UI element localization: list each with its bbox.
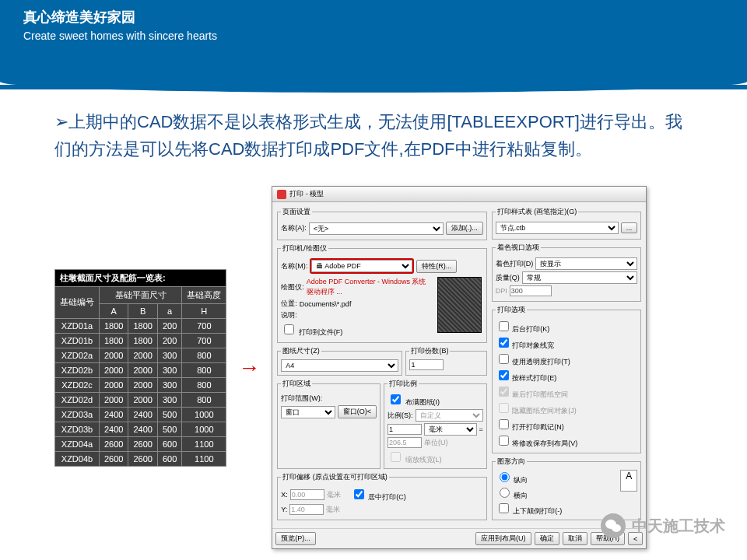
table-cell: 1800 bbox=[100, 318, 128, 333]
opt-check: 隐藏图纸空间对象(J) bbox=[496, 401, 638, 416]
table-cell: 2000 bbox=[100, 348, 128, 362]
unit1-input[interactable] bbox=[388, 424, 422, 435]
legend: 着色视口选项 bbox=[496, 243, 541, 253]
col-header: 基础平面尺寸 bbox=[100, 286, 182, 303]
window-button[interactable]: 窗口(O)< bbox=[338, 405, 377, 418]
label: 绘图仪: bbox=[281, 282, 304, 292]
table-cell: 2000 bbox=[100, 392, 128, 407]
landscape-radio[interactable]: 横向 bbox=[496, 492, 528, 499]
area-select[interactable]: 窗口 bbox=[281, 406, 335, 418]
table-cell: 700 bbox=[182, 318, 226, 333]
copies-input[interactable] bbox=[409, 359, 444, 370]
table-cell: XZD02b bbox=[55, 362, 100, 377]
header-cn: 真心缔造美好家园 bbox=[23, 8, 724, 26]
label: 比例(S): bbox=[388, 411, 413, 421]
fit-check[interactable]: 布满图纸(I) bbox=[388, 398, 440, 406]
table-cell: 1800 bbox=[128, 333, 157, 348]
intro-paragraph: ➢上期中的CAD数据不是以表格形式生成，无法使用[TABLEEXPORT]进行导… bbox=[54, 108, 693, 163]
table-cell: 200 bbox=[157, 318, 181, 333]
y-input[interactable] bbox=[289, 504, 324, 515]
wechat-text: 中天施工技术 bbox=[632, 516, 725, 537]
table-cell: 2400 bbox=[128, 407, 157, 422]
app-icon bbox=[277, 190, 286, 199]
scale-select[interactable]: 自定义 bbox=[416, 409, 483, 422]
apply-button[interactable]: 应用到布局(U) bbox=[475, 532, 531, 545]
col-sub: H bbox=[182, 303, 226, 318]
x-input[interactable] bbox=[290, 489, 324, 500]
printer-select[interactable]: 🖶 Adobe PDF bbox=[311, 260, 412, 272]
mm-select[interactable]: 毫米 bbox=[424, 423, 476, 436]
center-check[interactable]: 居中打印(C) bbox=[351, 487, 406, 502]
table-row: XZD02c20002000300800 bbox=[55, 377, 226, 392]
table-cell: 2000 bbox=[128, 392, 157, 407]
preview-button[interactable]: 预览(P)... bbox=[275, 532, 316, 545]
style-edit-button[interactable]: ... bbox=[621, 222, 638, 233]
table-cell: 2000 bbox=[100, 377, 128, 392]
portrait-radio[interactable]: 纵向 bbox=[496, 476, 528, 484]
properties-button[interactable]: 特性(R)... bbox=[416, 260, 457, 273]
unit2-input[interactable] bbox=[388, 437, 422, 448]
cad-data-table: 柱墩截面尺寸及配筋一览表: 基础编号 基础平面尺寸 基础高度 A B a H X… bbox=[54, 269, 226, 467]
ok-button[interactable]: 确定 bbox=[535, 532, 559, 545]
table-cell: 2400 bbox=[100, 422, 128, 436]
col-header: 基础高度 bbox=[182, 286, 226, 303]
value: Adobe PDF Converter - Windows 系统驱动程序 ... bbox=[307, 277, 433, 297]
printer-highlight: 🖶 Adobe PDF bbox=[310, 258, 414, 274]
scale-group: 打印比例 布满图纸(I) 比例(S):自定义 毫米= 单位(U) 缩放线宽(L) bbox=[384, 379, 487, 469]
legend: 打印样式表 (画笔指定)(G) bbox=[496, 207, 579, 217]
copies-group: 打印份数(B) bbox=[405, 346, 486, 376]
opt-check[interactable]: 打印对象线宽 bbox=[496, 335, 638, 351]
table-row: XZD02a20002000300800 bbox=[55, 348, 226, 362]
style-group: 打印样式表 (画笔指定)(G) 节点.ctb... bbox=[492, 207, 642, 240]
paper-select[interactable]: A4 bbox=[281, 359, 398, 372]
style-select[interactable]: 节点.ctb bbox=[496, 222, 619, 234]
upside-check[interactable]: 上下颠倒打印(-) bbox=[496, 507, 563, 515]
table-cell: 2400 bbox=[128, 422, 157, 436]
table-cell: 2000 bbox=[128, 377, 157, 392]
shade-select[interactable]: 按显示 bbox=[535, 257, 637, 270]
table-cell: 1800 bbox=[100, 333, 128, 348]
label: 毫米 bbox=[327, 490, 341, 500]
table-cell: 800 bbox=[182, 392, 226, 407]
table-cell: 800 bbox=[182, 348, 226, 362]
table-cell: XZD04a bbox=[55, 436, 100, 451]
table-cell: 2600 bbox=[128, 436, 157, 451]
table-cell: 800 bbox=[182, 377, 226, 392]
table-cell: XZD02d bbox=[55, 392, 100, 407]
add-button[interactable]: 添加(.)... bbox=[446, 222, 483, 235]
table-cell: 500 bbox=[157, 422, 181, 436]
print-dialog: 打印 - 模型 页面设置 名称(A): <无> 添加(.)... 打印机/绘图仪 bbox=[272, 186, 647, 549]
table-cell: XZD01b bbox=[55, 333, 100, 348]
tofile-check[interactable]: 打印到文件(F) bbox=[281, 322, 342, 338]
area-group: 打印区域 打印范围(W): 窗口 窗口(O)< bbox=[277, 379, 381, 469]
opt-check[interactable]: 后台打印(K) bbox=[496, 319, 638, 334]
opt-check[interactable]: 使用透明度打印(T) bbox=[496, 352, 638, 367]
col-header: 基础编号 bbox=[55, 286, 100, 318]
cancel-button[interactable]: 取消 bbox=[563, 532, 587, 545]
table-cell: XZD02a bbox=[55, 348, 100, 362]
legend: 页面设置 bbox=[281, 207, 312, 217]
wechat-watermark: 中天施工技术 bbox=[601, 513, 725, 538]
table-cell: 600 bbox=[157, 451, 181, 466]
wechat-icon bbox=[601, 513, 626, 538]
table-cell: 2400 bbox=[100, 407, 128, 422]
printer-group: 打印机/绘图仪 名称(M): 🖶 Adobe PDF 特性(R)... 绘图仪:… bbox=[277, 243, 487, 343]
paper-preview bbox=[437, 277, 482, 333]
table-cell: XZD03b bbox=[55, 422, 100, 436]
bullet-icon: ➢ bbox=[54, 112, 68, 131]
opt-check: 最后打印图纸空间 bbox=[496, 384, 638, 400]
col-sub: a bbox=[157, 303, 181, 318]
table-cell: 300 bbox=[157, 377, 181, 392]
pagesetup-select[interactable]: <无> bbox=[309, 222, 444, 235]
quality-select[interactable]: 常规 bbox=[522, 271, 638, 284]
legend: 打印区域 bbox=[281, 379, 312, 389]
dialog-titlebar[interactable]: 打印 - 模型 bbox=[272, 187, 646, 202]
slide-header: 真心缔造美好家园 Create sweet homes with sincere… bbox=[0, 0, 747, 85]
table-title: 柱墩截面尺寸及配筋一览表: bbox=[55, 269, 226, 286]
opt-check[interactable]: 打开打印戳记(N) bbox=[496, 417, 638, 432]
opt-check[interactable]: 将修改保存到布局(V) bbox=[496, 433, 638, 449]
table-row: XZD04b260026006001100 bbox=[55, 451, 226, 466]
table-cell: 2600 bbox=[100, 436, 128, 451]
opt-check[interactable]: 按样式打印(E) bbox=[496, 368, 638, 383]
offset-group: 打印偏移 (原点设置在可打印区域) X:毫米 居中打印(C) Y:毫米 bbox=[277, 472, 487, 520]
